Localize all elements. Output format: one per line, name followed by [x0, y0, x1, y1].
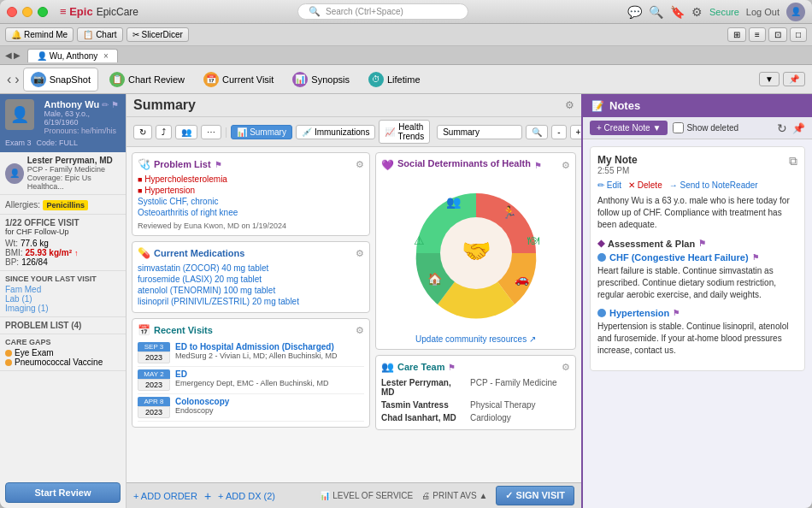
- note-edit-btn[interactable]: ✏ Edit: [597, 180, 621, 190]
- secure-label[interactable]: Secure: [709, 7, 739, 17]
- code-label: Code: FULL: [37, 139, 79, 147]
- toolbar-icon-1[interactable]: ⊞: [727, 27, 746, 42]
- nav-forward[interactable]: ›: [15, 72, 19, 87]
- problem-list-title: Problem List: [154, 159, 211, 169]
- nav-more-button[interactable]: ▼: [759, 72, 780, 86]
- add-order-button[interactable]: + ADD ORDER: [133, 491, 197, 501]
- messages-icon[interactable]: 💬: [627, 5, 642, 19]
- remind-me-button[interactable]: 🔔 Remind Me: [5, 27, 74, 42]
- patient-sidebar: 👤 Anthony Wu ✏ ⚑ Male, 63 y.o., 6/19/196…: [0, 94, 127, 508]
- logout-label[interactable]: Log Out: [746, 7, 780, 17]
- global-search[interactable]: 🔍 Search (Ctrl+Space): [297, 3, 468, 20]
- create-note-button[interactable]: + Create Note ▼: [590, 121, 668, 135]
- filter-summary-btn[interactable]: 📊Summary: [231, 125, 292, 139]
- sign-visit-button[interactable]: ✓ SIGN VISIT: [496, 486, 574, 505]
- nav-back[interactable]: ‹: [7, 72, 11, 87]
- problem-item-0[interactable]: ■ Hypercholesterolemia: [138, 174, 364, 185]
- bookmark-icon[interactable]: 🔖: [670, 5, 685, 19]
- patient-name: Anthony Wu: [44, 99, 100, 109]
- filter-health-trends-btn[interactable]: 📈Health Trends: [379, 120, 430, 144]
- care-team-member-1: Tasmin Vantress Physical Therapy: [381, 399, 570, 411]
- toolbar-icon-4[interactable]: □: [790, 27, 807, 42]
- slicer-dicer-button[interactable]: ✂ SlicerDicer: [127, 27, 189, 42]
- flag-icon[interactable]: ⚑: [111, 100, 119, 109]
- visit-year-1: 2023: [138, 379, 170, 391]
- maximize-button[interactable]: [38, 7, 48, 17]
- summary-search-input[interactable]: [437, 125, 522, 139]
- problem-list-icon: 🩺: [138, 158, 150, 170]
- problem-list-settings[interactable]: ⚙: [356, 159, 364, 170]
- minimize-button[interactable]: [22, 7, 32, 17]
- filter-immunizations-btn[interactable]: 💉Immunizations: [296, 125, 375, 139]
- search-icon-2[interactable]: 🔍: [649, 5, 663, 19]
- zoom-in-btn[interactable]: +: [570, 125, 582, 139]
- forward-arrow[interactable]: ▶: [14, 50, 21, 60]
- problem-list-card: 🩺 Problem List ⚑ ⚙ ■ Hypercholesterolemi…: [132, 152, 370, 236]
- notes-pin-button[interactable]: 📌: [792, 122, 805, 134]
- note-delete-btn[interactable]: ✕ Delete: [628, 180, 662, 190]
- note-copy-btn[interactable]: ⧉: [789, 154, 797, 168]
- imaging-link[interactable]: Imaging (1): [5, 304, 121, 313]
- notes-panel: 📝 Notes + Create Note ▼ Show deleted ↻ 📌: [581, 94, 812, 508]
- settings-icon[interactable]: ⚙: [691, 5, 703, 19]
- summary-chart-icon: 📊: [237, 127, 247, 137]
- start-review-button[interactable]: Start Review: [5, 482, 121, 503]
- tab-close-button[interactable]: ×: [103, 51, 109, 61]
- content-area: Summary ⚙ ↻ ⤴ 👥 ⋯ | 📊Summary 💉Immunizati…: [127, 94, 581, 508]
- care-team-settings[interactable]: ⚙: [562, 362, 570, 373]
- filter-share[interactable]: ⤴: [156, 125, 172, 139]
- add-order-icon[interactable]: +: [204, 489, 211, 503]
- trends-icon: 📈: [385, 127, 395, 137]
- nav-snapshot[interactable]: 📷 SnapShot: [23, 68, 98, 92]
- visits-settings[interactable]: ⚙: [356, 325, 364, 336]
- patient-tab[interactable]: 👤 Wu, Anthony ×: [27, 49, 118, 62]
- close-button[interactable]: [7, 7, 17, 17]
- show-deleted-input[interactable]: [673, 122, 684, 133]
- med-item-1: furosemide (LASIX) 20 mg tablet: [138, 274, 364, 285]
- edit-icon[interactable]: ✏: [102, 100, 109, 109]
- allergy-value[interactable]: Penicillins: [43, 200, 88, 210]
- visit-month-1: MAY 2: [138, 369, 170, 379]
- app-window: ≡ Epic EpicCare 🔍 Search (Ctrl+Space) 💬 …: [0, 0, 812, 508]
- filter-refresh[interactable]: ↻: [133, 125, 152, 139]
- nav-dropdown[interactable]: ▼ 📌: [759, 72, 805, 86]
- level-of-service-button[interactable]: 📊 LEVEL OF SERVICE: [320, 491, 413, 500]
- meds-settings[interactable]: ⚙: [356, 248, 364, 259]
- problem-item-3[interactable]: Osteoarthritis of right knee: [138, 207, 364, 218]
- add-dx-button[interactable]: + ADD DX (2): [218, 491, 275, 501]
- visit-title-2[interactable]: Colonoscopy: [175, 397, 229, 406]
- filter-settings[interactable]: ⋯: [201, 125, 221, 139]
- sdoh-settings[interactable]: ⚙: [562, 160, 570, 171]
- update-resources-link[interactable]: Update community resources ↗: [381, 334, 570, 344]
- member-name-2: Chad Isanhart, MD: [381, 413, 467, 422]
- nav-pin-button[interactable]: 📌: [783, 72, 805, 86]
- problem-item-2[interactable]: Systolic CHF, chronic: [138, 196, 364, 207]
- note-send-btn[interactable]: → Send to NoteReader: [669, 180, 758, 190]
- search-btn[interactable]: 🔍: [526, 125, 548, 139]
- visit-title-0[interactable]: ED to Hospital Admission (Discharged): [175, 342, 337, 351]
- nav-chart-review[interactable]: 📋 Chart Review: [102, 68, 192, 92]
- nav-current-visit[interactable]: 📅 Current Visit: [196, 68, 281, 92]
- filter-people[interactable]: 👥: [175, 125, 197, 139]
- settings-icon-2[interactable]: ⚙: [565, 99, 574, 111]
- chart-button[interactable]: 📋 Chart: [77, 27, 122, 42]
- toolbar-icon-2[interactable]: ≡: [749, 27, 766, 42]
- zoom-out-btn[interactable]: -: [551, 125, 566, 139]
- show-deleted-checkbox[interactable]: Show deleted: [673, 122, 738, 133]
- since-last-visit-section: SINCE YOUR LAST VISIT Fam Med Lab (1) Im…: [0, 271, 126, 317]
- nav-lifetime[interactable]: ⏱ Lifetime: [361, 68, 428, 92]
- print-avs-button[interactable]: 🖨 PRINT AVS ▲: [421, 491, 487, 500]
- lab-link[interactable]: Lab (1): [5, 294, 121, 304]
- nav-synopsis[interactable]: 📊 Synopsis: [285, 68, 357, 92]
- fam-med-link[interactable]: Fam Med: [5, 285, 121, 294]
- toolbar-icon-3[interactable]: ⊡: [768, 27, 787, 42]
- visit-title-1[interactable]: ED: [175, 369, 329, 379]
- pcp-name: Lester Perryman, MD: [27, 156, 121, 165]
- bottom-bar: + ADD ORDER + + ADD DX (2) 📊 LEVEL OF SE…: [127, 482, 581, 508]
- page-title: Summary: [133, 97, 196, 113]
- notes-refresh-button[interactable]: ↻: [777, 121, 787, 135]
- search-icon: 🔍: [309, 6, 321, 17]
- back-arrow[interactable]: ◀: [5, 50, 12, 60]
- problem-item-1[interactable]: ■ Hypertension: [138, 185, 364, 196]
- user-avatar: 👤: [786, 3, 805, 21]
